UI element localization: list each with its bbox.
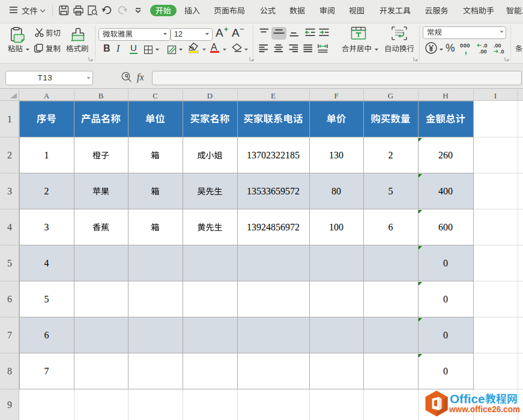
svg-text:.0: .0: [483, 43, 488, 49]
svg-text:.00: .00: [479, 49, 487, 55]
svg-text:,: ,: [465, 45, 467, 55]
svg-text:.00: .00: [494, 43, 501, 49]
svg-text:.0: .0: [500, 49, 504, 55]
